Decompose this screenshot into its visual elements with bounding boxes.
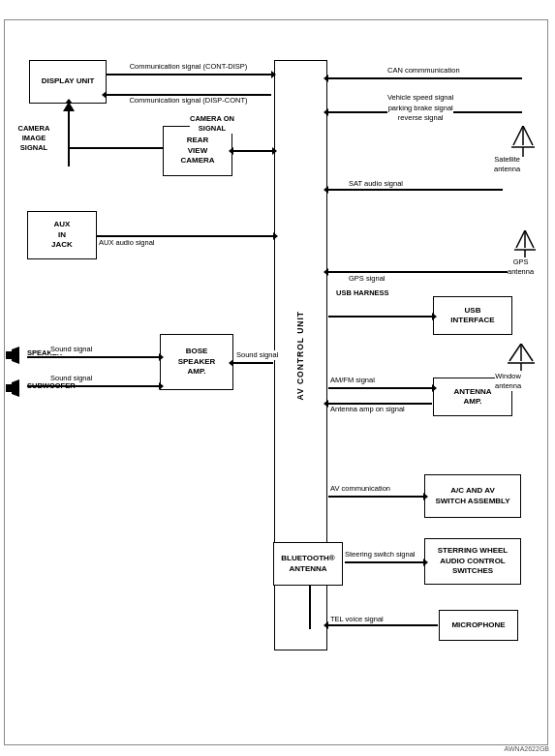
watermark: AWNA2622GB	[505, 745, 549, 752]
diagram: DISPLAY UNIT REARVIEWCAMERA AUXINJACK BO…	[0, 0, 555, 756]
diagram-border	[4, 19, 548, 745]
